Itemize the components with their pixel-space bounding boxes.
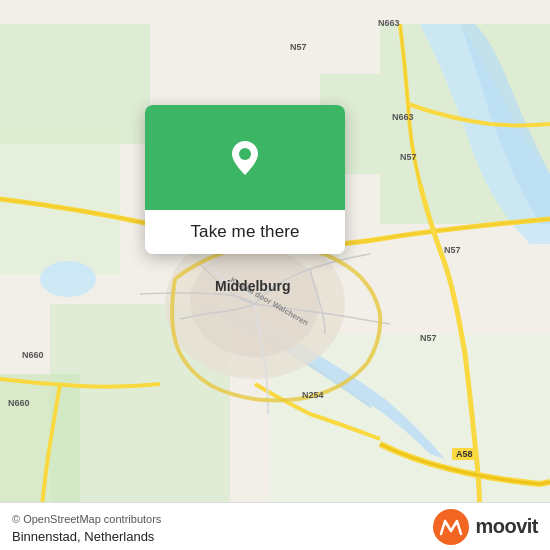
popup-card: Take me there (145, 105, 345, 254)
location-label: Binnenstad, Netherlands (12, 529, 154, 544)
road-label-n663-top: N663 (378, 18, 400, 28)
svg-point-12 (239, 148, 251, 160)
city-label: Middelburg (215, 278, 290, 294)
map-svg (0, 0, 550, 550)
popup-green-header (145, 105, 345, 210)
svg-point-13 (433, 509, 469, 545)
moovit-logo: moovit (433, 509, 538, 545)
bottom-bar: © OpenStreetMap contributors Binnenstad,… (0, 502, 550, 550)
road-label-a58: A58 (452, 448, 477, 460)
road-label-n57-right: N57 (444, 245, 461, 255)
moovit-text: moovit (475, 515, 538, 538)
road-label-n57-mid: N57 (400, 152, 417, 162)
road-label-n660-lower: N660 (8, 398, 30, 408)
road-label-n663-mid: N663 (392, 112, 414, 122)
take-me-there-button[interactable]: Take me there (145, 210, 345, 254)
location-pin-icon (218, 131, 272, 185)
road-label-n57-top: N57 (290, 42, 307, 52)
svg-point-8 (40, 261, 96, 297)
moovit-icon (433, 509, 469, 545)
road-label-n660-left: N660 (22, 350, 44, 360)
attribution-text: © OpenStreetMap contributors Binnenstad,… (12, 509, 161, 545)
road-label-n57-lower: N57 (420, 333, 437, 343)
map-container: N663 N57 N663 N57 N57 N57 N660 N660 N254… (0, 0, 550, 550)
road-label-n254: N254 (302, 390, 324, 400)
